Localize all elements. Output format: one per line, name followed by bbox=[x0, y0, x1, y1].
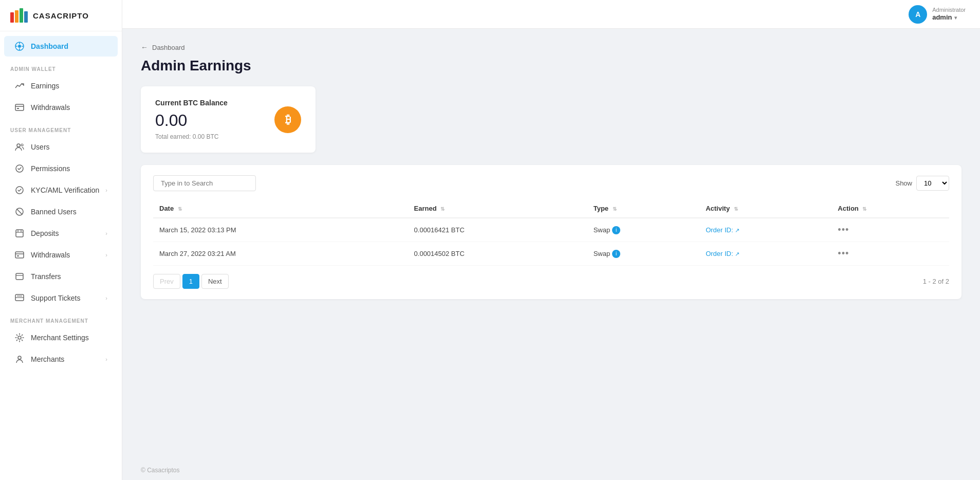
sidebar-item-banned-label: Banned Users bbox=[31, 208, 77, 216]
topbar: A Administrator admin ▾ bbox=[122, 0, 980, 29]
sidebar-item-transfers[interactable]: Transfers bbox=[4, 266, 118, 287]
col-date[interactable]: Date ⇅ bbox=[153, 199, 408, 218]
svg-point-14 bbox=[21, 144, 23, 146]
sidebar-item-earnings[interactable]: Earnings bbox=[4, 76, 118, 96]
sidebar-item-dashboard[interactable]: Dashboard bbox=[4, 36, 118, 57]
sidebar-item-kyc-label: KYC/AML Verification bbox=[31, 186, 99, 194]
show-label: Show bbox=[895, 179, 912, 187]
external-icon-1: ↗ bbox=[735, 227, 739, 233]
sidebar-item-withdrawals-admin[interactable]: Withdrawals bbox=[4, 97, 118, 118]
dashboard-icon bbox=[14, 41, 25, 51]
sidebar-item-merchants-label: Merchants bbox=[31, 355, 64, 363]
balance-card: Current BTC Balance 0.00 Total earned: 0… bbox=[141, 86, 316, 153]
sidebar-item-users-label: Users bbox=[31, 143, 50, 151]
btc-icon: ₿ bbox=[274, 106, 301, 133]
table-toolbar: Show 10 25 50 100 bbox=[153, 175, 949, 191]
prev-button[interactable]: Prev bbox=[153, 274, 180, 289]
sidebar-item-kyc[interactable]: KYC/AML Verification › bbox=[4, 180, 118, 200]
row1-type: Swap i bbox=[587, 218, 699, 242]
col-activity[interactable]: Activity ⇅ bbox=[699, 199, 831, 218]
svg-point-13 bbox=[17, 144, 20, 147]
user-role: Administrator bbox=[932, 6, 966, 13]
sidebar: CASACRIPTO Dashboard ADMIN WALLET bbox=[0, 0, 122, 480]
page-1-button[interactable]: 1 bbox=[182, 274, 199, 289]
logo-area: CASACRIPTO bbox=[0, 0, 122, 31]
action-menu-1[interactable]: ••• bbox=[838, 225, 849, 235]
deposits-chevron: › bbox=[105, 230, 107, 236]
external-icon-2: ↗ bbox=[735, 251, 739, 257]
sidebar-item-permissions[interactable]: Permissions bbox=[4, 158, 118, 179]
type-info-icon-1[interactable]: i bbox=[612, 226, 620, 234]
sidebar-item-transfers-label: Transfers bbox=[31, 272, 61, 281]
earnings-icon bbox=[14, 81, 25, 91]
sidebar-item-users[interactable]: Users bbox=[4, 137, 118, 157]
sidebar-item-support[interactable]: Support Tickets › bbox=[4, 288, 118, 308]
search-input[interactable] bbox=[153, 175, 256, 191]
table-card: Show 10 25 50 100 Date ⇅ bbox=[141, 165, 961, 299]
btc-symbol: ₿ bbox=[285, 113, 291, 126]
users-icon bbox=[14, 142, 25, 152]
user-menu[interactable]: A Administrator admin ▾ bbox=[909, 5, 966, 24]
banned-icon bbox=[14, 207, 25, 217]
sidebar-item-merchants[interactable]: Merchants › bbox=[4, 349, 118, 370]
show-control: Show 10 25 50 100 bbox=[895, 176, 949, 191]
balance-label: Current BTC Balance bbox=[155, 99, 228, 107]
logo-icon bbox=[10, 8, 29, 23]
svg-rect-2 bbox=[20, 8, 23, 23]
support-chevron: › bbox=[105, 295, 107, 301]
sidebar-item-banned[interactable]: Banned Users bbox=[4, 201, 118, 222]
col-earned[interactable]: Earned ⇅ bbox=[408, 199, 587, 218]
sidebar-item-merchant-settings[interactable]: Merchant Settings bbox=[4, 327, 118, 348]
svg-point-31 bbox=[18, 336, 21, 339]
user-dropdown-arrow: ▾ bbox=[954, 14, 957, 21]
sidebar-item-permissions-label: Permissions bbox=[31, 164, 70, 173]
sort-date: ⇅ bbox=[178, 206, 182, 212]
withdrawals-admin-icon bbox=[14, 102, 25, 113]
avatar: A bbox=[909, 5, 927, 24]
kyc-chevron: › bbox=[105, 187, 107, 193]
type-info-icon-2[interactable]: i bbox=[612, 250, 620, 258]
col-action[interactable]: Action ⇅ bbox=[831, 199, 949, 218]
svg-point-5 bbox=[18, 45, 21, 48]
breadcrumb-label: Dashboard bbox=[152, 44, 185, 51]
table-body: March 15, 2022 03:13 PM 0.00016421 BTC S… bbox=[153, 218, 949, 266]
sort-earned: ⇅ bbox=[440, 206, 445, 212]
row1-date: March 15, 2022 03:13 PM bbox=[153, 218, 408, 242]
svg-rect-26 bbox=[16, 273, 23, 280]
order-link-1[interactable]: Order ID: ↗ bbox=[706, 226, 739, 234]
pagination: Prev 1 Next 1 - 2 of 2 bbox=[153, 274, 949, 289]
breadcrumb-arrow: ← bbox=[141, 43, 148, 51]
svg-rect-0 bbox=[10, 12, 14, 23]
merchants-chevron: › bbox=[105, 356, 107, 362]
show-select[interactable]: 10 25 50 100 bbox=[916, 176, 949, 191]
pagination-controls: Prev 1 Next bbox=[153, 274, 229, 289]
sidebar-item-earnings-label: Earnings bbox=[31, 82, 59, 90]
merchants-icon bbox=[14, 354, 25, 364]
col-type[interactable]: Type ⇅ bbox=[587, 199, 699, 218]
row2-date: March 27, 2022 03:21 AM bbox=[153, 242, 408, 266]
svg-rect-1 bbox=[15, 10, 19, 23]
row1-action: ••• bbox=[831, 218, 949, 242]
sidebar-item-deposits-label: Deposits bbox=[31, 229, 59, 237]
row2-type: Swap i bbox=[587, 242, 699, 266]
sidebar-item-deposits[interactable]: Deposits › bbox=[4, 223, 118, 244]
sidebar-item-withdrawals-admin-label: Withdrawals bbox=[31, 103, 70, 112]
section-merchant: MERCHANT MANAGEMENT bbox=[0, 309, 122, 327]
action-menu-2[interactable]: ••• bbox=[838, 248, 849, 259]
merchant-settings-icon bbox=[14, 333, 25, 343]
svg-rect-23 bbox=[15, 252, 24, 258]
sidebar-item-withdrawals-label: Withdrawals bbox=[31, 251, 70, 259]
page-info: 1 - 2 of 2 bbox=[923, 278, 949, 285]
support-icon bbox=[14, 293, 25, 303]
row2-action: ••• bbox=[831, 242, 949, 266]
sidebar-item-withdrawals[interactable]: Withdrawals › bbox=[4, 245, 118, 265]
svg-rect-3 bbox=[24, 11, 28, 23]
svg-rect-19 bbox=[16, 230, 23, 237]
sort-activity: ⇅ bbox=[734, 206, 738, 212]
next-button[interactable]: Next bbox=[201, 274, 229, 289]
breadcrumb[interactable]: ← Dashboard bbox=[141, 43, 961, 51]
user-details: Administrator admin ▾ bbox=[932, 6, 966, 22]
order-link-2[interactable]: Order ID: ↗ bbox=[706, 250, 739, 257]
page-title: Admin Earnings bbox=[141, 58, 961, 74]
deposits-icon bbox=[14, 228, 25, 238]
